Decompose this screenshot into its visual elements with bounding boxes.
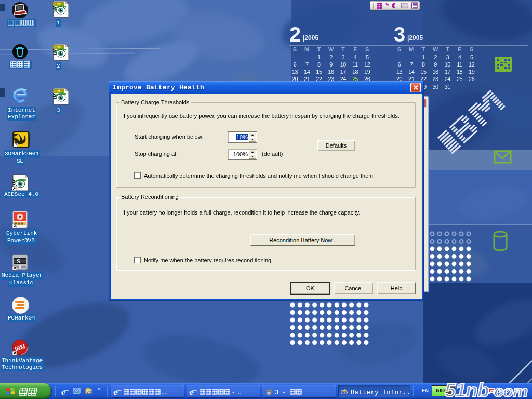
svg-text:S: S bbox=[17, 258, 20, 265]
